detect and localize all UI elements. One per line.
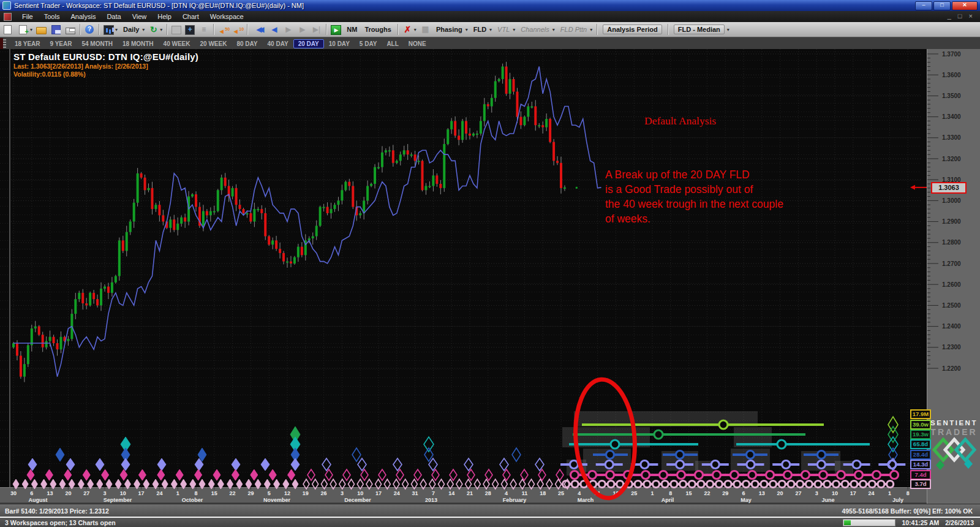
period-tab-all[interactable]: ALL (382, 39, 403, 48)
play-icon[interactable]: ▶ (329, 23, 343, 36)
toolbar-separator (597, 24, 597, 35)
red-x-icon[interactable]: ✗▾ (401, 23, 418, 36)
cycle-badge-39.0w[interactable]: 39.0w (910, 420, 931, 430)
grid-icon[interactable]: ▦ (418, 23, 432, 36)
bar-info: Bar# 5140: 1/29/2013 Price: 1.2312 (5, 507, 109, 515)
fld-pttn-control[interactable]: FLD Pttn▾ (557, 23, 594, 36)
menu-help[interactable]: Help (152, 12, 177, 21)
svg-text:13: 13 (47, 490, 53, 496)
channels-control[interactable]: Channels▾ (517, 23, 557, 36)
dropdown-arrow-icon: ▾ (590, 27, 592, 32)
chevron-right-icon[interactable]: ▶ (295, 23, 309, 36)
svg-text:10: 10 (120, 490, 126, 496)
svg-text:14: 14 (448, 490, 454, 496)
menu-analysis[interactable]: Analysis (65, 12, 101, 21)
new-file-plus-icon[interactable]: ▾ (15, 23, 34, 36)
svg-text:1.2500: 1.2500 (942, 302, 961, 309)
phasing-control[interactable]: Phasing▾ (432, 23, 470, 36)
svg-text:8: 8 (907, 490, 910, 496)
menu-data[interactable]: Data (101, 12, 126, 21)
chevron-double-left-icon[interactable]: ◀◀ (250, 23, 267, 36)
svg-text:4: 4 (505, 490, 508, 496)
chart-last-line: Last: 1.3063[2/26/2013] Analysis: [2/26/… (13, 63, 198, 70)
period-tab-5-day[interactable]: 5 DAY (355, 39, 382, 48)
open-folder-icon[interactable] (34, 23, 48, 36)
svg-text:27: 27 (795, 490, 801, 496)
period-tab-80-day[interactable]: 80 DAY (232, 39, 262, 48)
period-tab-20-day[interactable]: 20 DAY (293, 39, 324, 48)
svg-text:26: 26 (321, 490, 327, 496)
svg-text:30: 30 (10, 490, 17, 496)
svg-text:1.3600: 1.3600 (942, 72, 961, 78)
break-up-annotation-line: the 40 week trough in the next couple (605, 198, 783, 210)
dropdown-arrow-icon: ▾ (513, 27, 515, 32)
maximize-button[interactable]: □ (933, 1, 951, 10)
period-tab-18-month[interactable]: 18 MONTH (118, 39, 159, 48)
dropdown-arrow-icon: ▾ (30, 27, 32, 32)
close-button[interactable]: ✕ (952, 1, 978, 10)
vtl-control[interactable]: VTL▾ (494, 23, 517, 36)
svg-text:1.3000: 1.3000 (942, 197, 961, 204)
analysis-period-control[interactable]: Analysis Period (600, 23, 665, 36)
price-chart[interactable]: 3061320273101724181522295121926310172431… (0, 49, 927, 504)
cycle-badge-7.4d[interactable]: 7.4d (910, 470, 931, 480)
dropdown-arrow-icon: ▾ (160, 27, 162, 32)
cycle-badge-19.3w[interactable]: 19.3w (910, 430, 931, 439)
period-tab-20-week[interactable]: 20 WEEK (195, 39, 232, 48)
buffer-info: 4955-5168/5168 Buffer: 0[0%] Eff: 100% O… (842, 507, 973, 515)
mdi-window-controls[interactable]: _ □ × (948, 12, 975, 20)
chart-type-icon[interactable]: ▾ (102, 23, 119, 36)
sentient-trader-window: Sentient Trader - Workspace: ST Default … (0, 0, 980, 527)
cycle-badge-17.9m[interactable]: 17.9M (910, 409, 931, 419)
chart-area[interactable]: 3061320273101724181522295121926310172431… (0, 49, 927, 504)
back-50-icon[interactable]: ◄50 (216, 23, 230, 36)
minimize-button[interactable]: – (915, 1, 932, 10)
back-10-icon[interactable]: ◄10 (230, 23, 244, 36)
svg-text:July: July (892, 497, 903, 503)
cycle-badge-14.3d[interactable]: 14.3d (910, 460, 931, 469)
cycle-badge-28.4d[interactable]: 28.4d (910, 450, 931, 460)
new-file-icon[interactable] (0, 23, 15, 36)
chevron-right-end-icon[interactable]: ▶| (309, 23, 323, 36)
snapshot-icon[interactable] (170, 23, 183, 36)
period-tab-10-day[interactable]: 10 DAY (324, 39, 355, 48)
period-tab-18-year[interactable]: 18 YEAR (10, 39, 45, 48)
daily-control[interactable]: Daily▾ (119, 23, 146, 36)
period-tab-40-week[interactable]: 40 WEEK (159, 39, 195, 48)
refresh-icon[interactable]: ↻▾ (146, 23, 164, 36)
menu-chart[interactable]: Chart (177, 12, 205, 21)
nm-control[interactable]: NM (343, 23, 361, 36)
toolbar-grip[interactable] (3, 39, 6, 48)
svg-text:17: 17 (850, 490, 856, 496)
period-tab-9-year[interactable]: 9 YEAR (45, 39, 77, 48)
price-axis-panel: 1.37001.36001.35001.34001.33001.32001.31… (927, 49, 980, 504)
cycle-badge-3.7d[interactable]: 3.7d (910, 479, 931, 489)
chevron-right-icon[interactable]: ▶ (281, 23, 295, 36)
print-icon[interactable] (64, 23, 77, 36)
svg-text:March: March (578, 497, 594, 503)
svg-text:1.3300: 1.3300 (942, 134, 961, 141)
troughs-control[interactable]: Troughs (361, 23, 394, 36)
svg-text:2013: 2013 (425, 497, 437, 503)
cycle-badge-65.8d[interactable]: 65.8d (910, 439, 931, 449)
save-icon[interactable] (48, 23, 64, 36)
toolbar-separator (326, 24, 326, 35)
app-icon (2, 1, 11, 10)
svg-text:17: 17 (138, 490, 145, 496)
menu-workspace[interactable]: Workspace (205, 12, 249, 21)
list-icon[interactable]: ≡ (197, 23, 211, 36)
menu-file[interactable]: File (17, 12, 39, 21)
period-tab-54-month[interactable]: 54 MONTH (77, 39, 118, 48)
menu-tools[interactable]: Tools (39, 12, 66, 21)
svg-text:June: June (821, 497, 834, 503)
period-tab-none[interactable]: NONE (404, 39, 431, 48)
chevron-left-icon[interactable]: ◀ (267, 23, 281, 36)
period-tab-40-day[interactable]: 40 DAY (263, 39, 293, 48)
chart-status-bar: Bar# 5140: 1/29/2013 Price: 1.2312 4955-… (0, 504, 980, 517)
help-icon[interactable]: ? (83, 23, 96, 36)
menu-view[interactable]: View (127, 12, 153, 21)
fld-median-control[interactable]: FLD - Median▾ (671, 23, 731, 36)
break-up-annotation-line: is a Good Trade possibly out of (605, 183, 753, 195)
crosshair-icon[interactable]: + (183, 23, 197, 36)
fld-control[interactable]: FLD▾ (470, 23, 494, 36)
